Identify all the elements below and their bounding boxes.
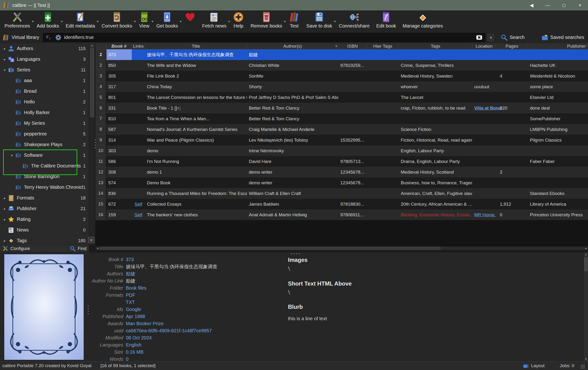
sidebar-item-my-series[interactable]: My Series1 (0, 118, 89, 129)
column-header-isbn[interactable]: ISBN (338, 43, 367, 49)
cell-hier[interactable] (367, 188, 399, 199)
cell-location[interactable] (472, 199, 496, 209)
cell-hier[interactable] (367, 209, 399, 220)
sidebar-item-peppertree[interactable]: peppertree5 (0, 129, 89, 139)
cell-tags[interactable]: 20th Century, African American & ... (399, 199, 472, 209)
full-text-search-icon[interactable]: FT (45, 34, 52, 41)
cell-hier[interactable] (367, 124, 399, 135)
details-field-value[interactable]: TXT (126, 300, 135, 305)
cell-hier[interactable] (367, 167, 399, 177)
window-back-button[interactable]: ◀ (524, 2, 540, 8)
scroll-up-arrow-icon[interactable]: ▲ (584, 252, 588, 257)
book-row-8[interactable]: 8587Nomad's Journal: A Kurtherian Gambit… (95, 124, 588, 135)
splitter-handle[interactable] (94, 140, 96, 148)
cell-hier[interactable] (367, 199, 399, 209)
cell-publisher[interactable]: SomePublisher (528, 113, 588, 124)
cell-book[interactable]: 317 (106, 81, 132, 92)
cell-pages[interactable]: 1,912 (496, 199, 528, 209)
sidebar-item-formats[interactable]: ▸Formats18 (0, 193, 89, 203)
sidebar-item-tags[interactable]: ▸Tags185 (0, 235, 89, 245)
chevron-collapsed-icon[interactable]: ▸ (2, 47, 8, 51)
cell-pages[interactable]: 2 (496, 167, 528, 177)
chevron-collapsed-icon[interactable]: ▸ (2, 196, 8, 200)
cell-authors[interactable]: 励婕 (247, 49, 338, 60)
cell-isbn[interactable] (338, 49, 367, 60)
cell-isbn[interactable]: 12345678... (338, 167, 367, 177)
sidebar-item-languages[interactable]: ▸ALanguages3 (0, 54, 89, 65)
cell-pages[interactable] (496, 156, 528, 167)
cell-title[interactable]: The Wife and the Widow (145, 60, 247, 71)
chevron-down-icon[interactable]: ▾ (152, 20, 153, 23)
configure-button[interactable]: Configure (10, 246, 30, 251)
cell-location[interactable] (472, 177, 496, 188)
cell-isbn[interactable]: 12345678... (338, 177, 367, 188)
cell-location[interactable] (472, 60, 496, 71)
cell-book[interactable]: 586 (106, 156, 132, 167)
cell-tags[interactable] (399, 49, 472, 60)
book-row-2[interactable]: 2850The Wife and the WidowChristian Whit… (95, 60, 588, 71)
jobs-indicator[interactable]: Jobs: 0 (560, 363, 574, 368)
cell-title[interactable]: Demo Book (145, 177, 247, 188)
cell-links[interactable] (132, 60, 145, 71)
cell-num[interactable]: 16 (95, 209, 106, 220)
cell-hier[interactable] (367, 49, 399, 60)
cell-publisher[interactable] (528, 49, 588, 60)
cell-book[interactable]: 159 (106, 209, 132, 220)
cell-location[interactable] (472, 71, 496, 81)
cell-num[interactable]: 1 (95, 49, 106, 60)
cell-publisher[interactable]: Princeton University Press (528, 209, 588, 220)
details-field-value[interactable]: Apr 1988 (126, 314, 145, 319)
sidebar-item-news[interactable]: News0 (0, 225, 89, 235)
cell-publisher[interactable]: some place (528, 81, 588, 92)
toolbar-preferences[interactable]: ▾Preferences (2, 11, 34, 30)
book-row-9[interactable]: 9314War and Peace (Pilgrim Classics)Lev … (95, 135, 588, 145)
self-link[interactable]: Self (135, 212, 142, 218)
cell-num[interactable]: 6 (95, 103, 106, 113)
column-header-pages[interactable]: Pages (496, 43, 528, 49)
cell-publisher[interactable]: done deal (528, 103, 588, 113)
cell-location[interactable]: uuutuut (472, 81, 496, 92)
chevron-expanded-icon[interactable]: ▾ (2, 68, 8, 72)
sidebar-item-bread[interactable]: Bread1 (0, 86, 89, 97)
cell-location[interactable]: Villa at Bond (472, 103, 496, 113)
column-header-links[interactable]: Links (132, 43, 145, 49)
cell-tags[interactable]: English, Labour Party (399, 145, 472, 156)
search-input[interactable]: FT identifiers:true (43, 33, 485, 42)
cell-links[interactable] (132, 145, 145, 156)
column-header-tags[interactable]: Tags (399, 43, 472, 49)
sidebar-item-authors[interactable]: ▸Authors115 (0, 43, 89, 54)
cell-location[interactable] (472, 135, 496, 145)
cell-publisher[interactable] (528, 177, 588, 188)
chevron-down-icon[interactable]: ▾ (284, 20, 286, 23)
cell-authors[interactable]: Anat Admati & Martin Hellwig (247, 209, 338, 220)
tag-browser-scrollbar[interactable]: ▲ (89, 43, 95, 245)
scroll-down-arrow-icon[interactable]: ▼ (584, 357, 588, 361)
details-field-value[interactable]: ca5670ea-60f6-4909-821f-1c48f7ce9957 (126, 328, 212, 334)
chevron-collapsed-icon[interactable]: ▸ (2, 218, 8, 221)
cell-hier[interactable] (367, 103, 399, 113)
tags-options-dropdown[interactable]: ▾ (88, 237, 94, 243)
cell-links[interactable] (132, 113, 145, 124)
cell-hier[interactable] (367, 92, 399, 103)
column-header-title[interactable]: Title (145, 43, 247, 49)
column-header-location[interactable]: Location (472, 43, 496, 49)
cell-isbn[interactable]: 15352995... (338, 135, 367, 145)
cell-title[interactable]: Running a Thousand Miles for Freedom: Th… (145, 188, 247, 199)
find-button[interactable]: Find (78, 246, 86, 251)
toolbar-edit-book[interactable]: Edit book (374, 11, 400, 30)
cell-authors[interactable]: David Hare (247, 156, 338, 167)
cell-links[interactable] (132, 92, 145, 103)
toolbar-remove-books[interactable]: ▾Remove books (248, 11, 286, 30)
details-field-value[interactable]: Man Booker Prize (126, 321, 164, 326)
cell-links[interactable] (132, 71, 145, 81)
cell-isbn[interactable] (338, 92, 367, 103)
chevron-collapsed-icon[interactable]: ▸ (2, 57, 8, 61)
cell-authors[interactable]: Irène Némirovsky (247, 145, 338, 156)
cell-num[interactable]: 13 (95, 177, 106, 188)
cell-tags[interactable]: Banking, Economic History, Econo... (399, 209, 472, 220)
cell-book[interactable]: 801 (106, 92, 132, 103)
toolbar-add-books[interactable]: ▾Add books (34, 11, 63, 30)
toolbar-save-to-disk[interactable]: ▾Save to disk (304, 11, 336, 30)
column-header-book[interactable]: Book # (106, 43, 132, 49)
cell-links[interactable] (132, 49, 145, 60)
